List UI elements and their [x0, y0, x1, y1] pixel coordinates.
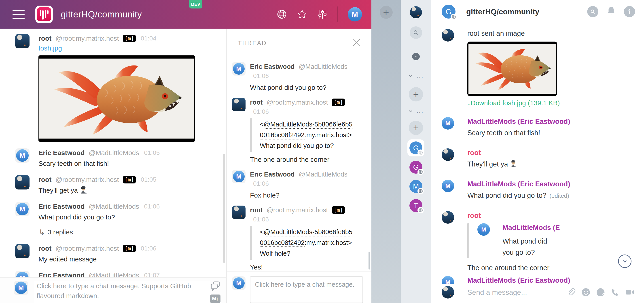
sender-name[interactable]: root [38, 34, 52, 43]
sender-handle: @root:my.matrix.host [56, 244, 119, 253]
sender-name[interactable]: root [38, 175, 52, 184]
avatar-letter: M [20, 152, 25, 159]
jump-to-bottom-button[interactable] [618, 255, 632, 268]
sender-name[interactable]: Eric Eastwood [38, 202, 85, 211]
search-icon[interactable] [587, 6, 598, 17]
attachment-paperclip-icon[interactable] [567, 288, 576, 297]
room-header: G gitterHQ/community i [431, 0, 644, 23]
sender-name[interactable]: MadLittleMods (Eric Eastwood) [467, 276, 635, 284]
section-collapse-row[interactable]: … [408, 73, 424, 79]
edited-label: (edited) [550, 192, 569, 199]
eric-avatar[interactable]: M [232, 170, 246, 183]
eric-avatar[interactable]: M [15, 202, 30, 216]
sender-name[interactable]: root [467, 148, 635, 157]
root-avatar[interactable] [232, 98, 246, 111]
root-avatar[interactable] [15, 175, 30, 190]
room-avatar[interactable]: G [442, 5, 456, 18]
thread-scrollbar[interactable] [368, 252, 370, 270]
room-item[interactable]: M [408, 178, 424, 195]
add-room-button[interactable]: + [409, 87, 423, 101]
timeline-event-clipped: M MadLittleMods (Eric Eastwood) [442, 276, 635, 284]
markdown-icon[interactable]: M↓ [210, 295, 220, 303]
user-avatar[interactable]: M [348, 7, 362, 21]
sender-name[interactable]: MadLittleMods (Eric Eastwood) [467, 180, 635, 189]
eric-avatar[interactable]: M [442, 117, 454, 130]
matrix-badge: [m] [123, 176, 136, 183]
root-avatar[interactable] [232, 206, 246, 219]
timeline-event: root sent an image [442, 29, 635, 107]
matrix-badge: [m] [123, 35, 136, 42]
sender-name[interactable]: MadLittleMods (Eric Eastwood) [467, 117, 635, 126]
thread-message-list: M Eric Eastwood @MadLittleMods 01:06 Wha… [227, 49, 372, 272]
sender-name[interactable]: root [467, 211, 635, 220]
message-text: What pond did you go to? [38, 212, 213, 222]
sender-name[interactable]: Eric Eastwood [250, 62, 295, 71]
fish-fox-image [472, 45, 553, 92]
thread-replies-link[interactable]: ↳ 3 replies [39, 228, 213, 236]
room-item-selected[interactable]: G [408, 139, 424, 156]
thread-input-area: M Click here to type a chat message. [227, 271, 372, 303]
search-button[interactable] [410, 26, 422, 39]
sender-name[interactable]: Eric Eastwood [38, 148, 85, 157]
root-avatar[interactable] [15, 34, 30, 48]
timestamp: 01:04 [141, 34, 156, 43]
emoji-icon[interactable] [581, 287, 591, 297]
timestamp: 01:06 [253, 72, 364, 80]
menu-icon[interactable] [12, 9, 24, 19]
star-icon[interactable] [297, 9, 308, 20]
reply-quote[interactable]: M MadLittleMods (Eric Eastwood) What pon… [467, 223, 635, 258]
root-avatar[interactable] [442, 29, 454, 41]
chat-input[interactable]: Click here to type a chat message. Suppo… [34, 281, 210, 303]
close-icon[interactable] [351, 37, 362, 49]
eric-avatar[interactable]: M [15, 148, 30, 163]
avatar-letter: M [18, 284, 24, 292]
gitter-window: gitterHQ/community DEV M [0, 0, 372, 303]
voice-call-icon[interactable] [610, 288, 620, 297]
image-attachment[interactable] [467, 41, 557, 96]
matrix-room-panel: G gitterHQ/community i [431, 0, 644, 303]
sender-name[interactable]: Eric Eastwood [250, 170, 295, 179]
eric-avatar[interactable]: M [232, 62, 246, 75]
thread-message: M Eric Eastwood @MadLittleMods 01:06 Wha… [232, 62, 364, 92]
globe-badge-icon [418, 169, 424, 175]
chat-mode-icon[interactable] [210, 281, 220, 292]
room-item[interactable]: G [408, 159, 424, 176]
root-avatar[interactable] [15, 244, 30, 258]
root-avatar[interactable] [442, 148, 454, 161]
quote-bar [467, 223, 469, 258]
message-input[interactable]: Send a message... [467, 288, 567, 297]
download-link[interactable]: ↓Download fosh.jpg (139.1 KB) [467, 99, 560, 107]
room-info-icon[interactable]: i [624, 6, 635, 17]
eric-avatar[interactable]: M [15, 271, 30, 277]
timestamp: 01:07 [144, 271, 160, 277]
eric-avatar[interactable]: M [442, 180, 454, 192]
image-attachment[interactable] [38, 55, 195, 142]
root-avatar[interactable] [442, 211, 454, 224]
chat-message: M Eric Eastwood @MadLittleMods 01:05 Sca… [15, 148, 213, 168]
sender-name[interactable]: root [250, 206, 262, 215]
video-call-icon[interactable] [625, 287, 634, 297]
thread-input[interactable]: Click here to type a chat message. [250, 277, 363, 303]
file-link[interactable]: fosh.jpg [38, 43, 62, 54]
user-avatar[interactable] [410, 6, 422, 18]
eric-avatar[interactable]: M [442, 276, 454, 284]
room-item[interactable]: T [408, 197, 424, 214]
sender-name[interactable]: root [38, 244, 52, 253]
add-room-button[interactable]: + [409, 121, 423, 135]
sender-name[interactable]: root [250, 98, 262, 107]
notifications-bell-icon[interactable] [606, 6, 616, 17]
sticker-icon[interactable] [596, 287, 606, 297]
chat-message: M Eric Eastwood @MadLittleMods 01:06 Wha… [15, 202, 213, 237]
settings-sliders-icon[interactable] [317, 9, 328, 19]
explore-compass-icon[interactable] [412, 53, 420, 60]
add-space-button[interactable]: + [380, 6, 393, 19]
avatar-letter: M [20, 205, 25, 213]
sender-name[interactable]: Eric Eastwood [38, 271, 85, 277]
room-title: gitterHQ/community [466, 7, 539, 16]
room-avatar-letter: T [414, 202, 418, 210]
chat-message-list: root @root:my.matrix.host [m] 01:04 fosh… [0, 29, 226, 277]
section-collapse-row[interactable]: … [408, 109, 424, 115]
chat-scrollbar[interactable] [223, 154, 225, 263]
avatar-letter: M [445, 182, 450, 190]
globe-icon[interactable] [276, 9, 287, 19]
